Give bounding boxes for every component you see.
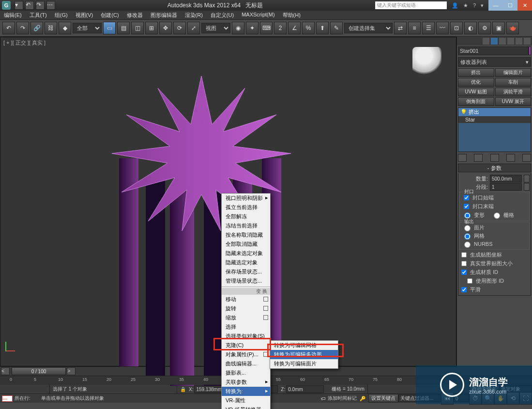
keyboard-shortcut-button[interactable]: ⌨	[260, 22, 273, 34]
patch-radio[interactable]	[464, 225, 471, 231]
named-selection-sets[interactable]: 创建选择集	[344, 23, 393, 33]
move-button[interactable]: ✥	[159, 22, 172, 34]
ctx-vr-scene-conv[interactable]: VR-场景转换器	[222, 405, 270, 409]
ctx-hide-unsel[interactable]: 隐藏未选定对象	[222, 249, 270, 258]
genmap-checkbox[interactable]	[461, 252, 467, 258]
search-input[interactable]: 键入关键字或短语	[375, 1, 447, 9]
ctx-convert-editable-patch[interactable]: 转换为可编辑面片	[270, 359, 338, 368]
render-frame-button[interactable]: ▣	[492, 22, 505, 34]
tab-modify-icon[interactable]	[491, 38, 498, 45]
redo-button[interactable]: ↷	[16, 22, 29, 34]
spinner-buttons[interactable]	[524, 175, 530, 182]
cap-end-checkbox[interactable]	[464, 204, 469, 209]
ctx-manage-state[interactable]: 管理场景状态...	[222, 276, 270, 286]
object-name-input[interactable]	[458, 46, 529, 55]
mod-btn[interactable]: 车削	[495, 78, 532, 87]
mirror-button[interactable]: ⇄	[394, 22, 407, 34]
curve-editor-button[interactable]: 〰	[436, 22, 449, 34]
ctx-wire-params[interactable]: 关联参数	[222, 378, 270, 387]
tab-display-icon[interactable]	[516, 38, 522, 45]
make-unique-icon[interactable]	[490, 154, 499, 162]
pin-stack-icon[interactable]	[458, 154, 467, 162]
ctx-convert-to[interactable]: 转换为:	[222, 387, 270, 396]
unlink-button[interactable]: ⛓	[45, 22, 57, 34]
close-button[interactable]: ✕	[517, 0, 532, 11]
app-icon[interactable]: G	[2, 1, 11, 10]
qat-btn[interactable]: ⋯	[46, 1, 55, 10]
menu-views[interactable]: 视图(V)	[72, 11, 97, 19]
mod-btn[interactable]: UVW 贴图	[458, 88, 494, 96]
stack-item-extrude[interactable]: 💡 挤出	[458, 108, 531, 116]
ctx-isolate[interactable]: 孤立当前选择	[222, 203, 270, 212]
add-time-tag[interactable]: 添加时间标记	[328, 395, 357, 402]
align-button[interactable]: ≡	[408, 22, 421, 34]
ctx-convert-editable-poly[interactable]: 转换为可编辑多边形	[270, 350, 338, 359]
mod-btn[interactable]: 挤出	[458, 68, 494, 77]
snap-percent-button[interactable]: %	[302, 22, 315, 34]
menu-modifiers[interactable]: 修改器	[123, 11, 147, 19]
ref-coord-system[interactable]: 视图	[201, 23, 230, 33]
undo-button[interactable]: ↶	[2, 22, 15, 34]
tab-hierarchy-icon[interactable]	[499, 38, 506, 45]
menu-group[interactable]: 组(G)	[51, 11, 72, 19]
qat-btn[interactable]: ↷	[36, 1, 45, 10]
menu-tools[interactable]: 工具(T)	[26, 11, 51, 19]
nurbs-radio[interactable]	[464, 242, 471, 248]
configure-icon[interactable]	[522, 154, 531, 162]
mod-btn[interactable]: 优化	[458, 78, 494, 87]
ctx-object-props[interactable]: 对象属性(P)...	[222, 350, 270, 359]
ctx-unhide-name[interactable]: 按名称取消隐藏	[222, 230, 270, 240]
window-crossing-button[interactable]: ⊞	[145, 22, 158, 34]
mod-btn[interactable]: UVW 展开	[495, 97, 532, 106]
layers-button[interactable]: ☰	[422, 22, 435, 34]
ctx-dope-sheet[interactable]: 摄影表...	[222, 368, 270, 378]
ctx-select[interactable]: 选择	[222, 322, 270, 332]
mod-btn[interactable]: 编辑面片	[495, 68, 532, 77]
ctx-freeze-sel[interactable]: 冻结当前选择	[222, 221, 270, 230]
viewport[interactable]: [ + ][ 正交 ][ 真实 ] 视口照明和阴影 孤立当前选择 全部	[0, 37, 456, 366]
modifier-stack[interactable]: 💡 挤出 Star	[458, 107, 531, 152]
link-button[interactable]: 🔗	[30, 22, 43, 34]
ctx-scale[interactable]: 缩放	[222, 313, 270, 322]
selection-filter[interactable]: 全部	[73, 23, 102, 33]
grid-radio[interactable]	[494, 212, 500, 219]
ctx-convert-editable-mesh[interactable]: 转换为可编辑网格	[270, 341, 338, 350]
named-sel-edit-button[interactable]: ✎	[330, 22, 343, 34]
ctx-curve-editor[interactable]: 曲线编辑器...	[222, 359, 270, 368]
smooth-checkbox[interactable]	[461, 287, 467, 292]
minimize-button[interactable]: —	[488, 0, 503, 11]
segments-spinner[interactable]: 1	[490, 183, 522, 191]
remove-mod-icon[interactable]	[506, 154, 515, 162]
material-editor-button[interactable]: ◐	[464, 22, 477, 34]
menu-help[interactable]: 帮助(H)	[279, 11, 304, 19]
mod-btn[interactable]: 倒角剖面	[458, 97, 494, 106]
tab-create-icon[interactable]	[483, 38, 489, 45]
object-color-swatch[interactable]	[529, 46, 531, 55]
pivot-button[interactable]: ◉	[232, 22, 244, 34]
ctx-move[interactable]: 移动	[222, 295, 270, 304]
menu-rendering[interactable]: 渲染(R)	[181, 11, 207, 19]
viewcube[interactable]	[412, 47, 441, 76]
menu-create[interactable]: 创建(C)	[97, 11, 122, 19]
menu-grapheditors[interactable]: 图形编辑器	[147, 11, 181, 19]
time-slider-handle[interactable]: 0 / 100	[12, 367, 66, 375]
select-button[interactable]: ▭	[103, 22, 116, 34]
menu-customize[interactable]: 自定义(U)	[207, 11, 238, 19]
select-name-button[interactable]: ▤	[117, 22, 130, 34]
star-icon[interactable]: ★	[463, 2, 468, 9]
usemat-checkbox[interactable]	[467, 278, 472, 284]
stack-item-star[interactable]: Star	[458, 116, 531, 123]
ctx-select-similar[interactable]: 选择类似对象(S)	[222, 332, 270, 341]
setkey-button[interactable]: 设置关键点	[368, 394, 398, 403]
ctx-vr-props[interactable]: VR-属性	[222, 396, 270, 405]
tab-utilities-icon[interactable]	[524, 38, 531, 45]
cap-start-checkbox[interactable]	[464, 195, 469, 200]
select-region-button[interactable]: ◫	[131, 22, 144, 34]
help-icon[interactable]: ?	[473, 2, 476, 9]
ctx-unhide-all[interactable]: 全部取消隐藏	[222, 240, 270, 249]
menu-maxscript[interactable]: MAXScript(M)	[238, 11, 278, 19]
rollup-params-header[interactable]: -参数	[458, 164, 531, 172]
genmat-checkbox[interactable]	[461, 270, 467, 275]
rotate-button[interactable]: ⟳	[173, 22, 186, 34]
mod-btn[interactable]: 涡轮平滑	[495, 88, 532, 96]
